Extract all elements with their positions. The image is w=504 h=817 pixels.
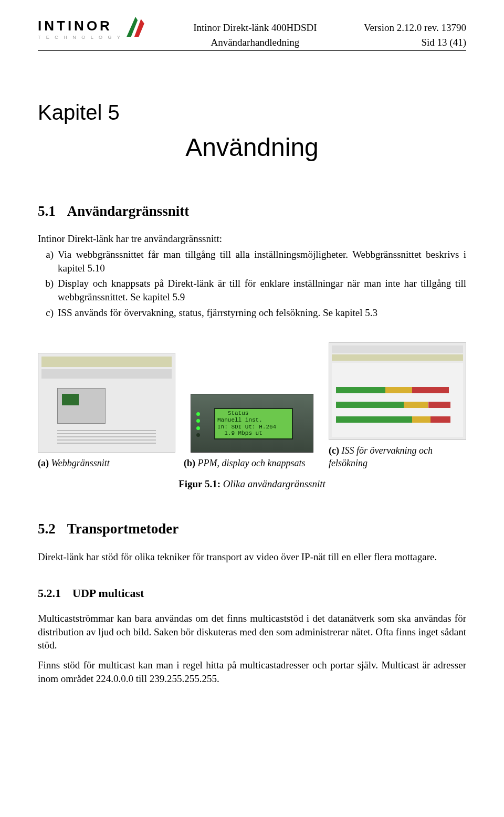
section-title: Användargränssnitt <box>67 203 190 219</box>
doc-subtitle: Användarhandledning <box>146 35 364 50</box>
list-marker: c) <box>38 306 58 320</box>
page-number: Sid 13 (41) <box>364 35 466 50</box>
list-text: Display och knappsats på Direkt-länk är … <box>58 277 466 303</box>
lcd-text: Status Manuell inst. In: SDI Ut: H.264 1… <box>214 408 293 439</box>
figure-b-image: Status Manuell inst. In: SDI Ut: H.264 1… <box>191 394 313 453</box>
page: INTINOR T E C H N O L O G Y Intinor Dire… <box>0 0 504 713</box>
header-right: Version 2.12.0 rev. 13790 Sid 13 (41) <box>364 19 466 49</box>
logo-sub: T E C H N O L O G Y <box>38 34 122 40</box>
figure-c-caption: (c) ISS för övervakning och felsökning <box>329 444 466 470</box>
list-item: b) Display och knappsats på Direkt-länk … <box>38 277 466 303</box>
list-text: ISS används för övervakning, status, fjä… <box>58 306 466 320</box>
doc-title: Intinor Direkt-länk 400HDSDI <box>146 20 364 35</box>
list-text: Via webbgränssnittet får man tillgång ti… <box>58 248 466 275</box>
section-5-2-1-heading: 5.2.1UDP multicast <box>38 585 466 601</box>
document-header: INTINOR T E C H N O L O G Y Intinor Dire… <box>38 19 466 51</box>
subsection-title: UDP multicast <box>72 586 144 600</box>
list-marker: a) <box>38 248 58 275</box>
section-5-1-intro: Intinor Direkt-länk har tre användargrän… <box>38 232 466 246</box>
version-line: Version 2.12.0 rev. 13790 <box>364 20 466 35</box>
section-number: 5.1 <box>38 203 56 219</box>
figure-a-caption: (a) Webbgränssnitt <box>38 457 175 469</box>
section-title: Transportmetoder <box>67 521 178 537</box>
list-marker: b) <box>38 277 58 303</box>
section-5-2-para: Direkt-länk har stöd för olika tekniker … <box>38 550 466 564</box>
figure-b-cell: Status Manuell inst. In: SDI Ut: H.264 1… <box>184 394 320 469</box>
figure-a-cell: (a) Webbgränssnitt <box>38 353 175 469</box>
section-5-2-heading: 5.2Transportmetoder <box>38 519 466 538</box>
chapter-title: Användning <box>38 131 466 165</box>
figure-master-caption: Figur 5.1: Olika användargränssnitt <box>38 477 466 491</box>
logo-mark-icon <box>124 19 146 41</box>
figure-c-cell: (c) ISS för övervakning och felsökning <box>329 342 466 470</box>
section-5-2-1-para1: Multicastströmmar kan bara användas om d… <box>38 612 466 652</box>
list-item: a) Via webbgränssnittet får man tillgång… <box>38 248 466 275</box>
logo-word: INTINOR <box>38 19 112 33</box>
figure-a-image <box>38 353 175 453</box>
enum-list: a) Via webbgränssnittet får man tillgång… <box>38 248 466 319</box>
figure-row: (a) Webbgränssnitt Status Manuell inst. … <box>38 342 466 470</box>
subsection-number: 5.2.1 <box>38 586 61 600</box>
chapter-label: Kapitel 5 <box>38 98 466 127</box>
section-5-2-1-para2: Finns stöd för multicast kan man i regel… <box>38 658 466 685</box>
figure-c-image <box>329 342 466 440</box>
section-number: 5.2 <box>38 521 56 537</box>
logo: INTINOR T E C H N O L O G Y <box>38 19 146 41</box>
figure-b-caption: (b) PPM, display och knappsats <box>184 457 320 469</box>
list-item: c) ISS används för övervakning, status, … <box>38 306 466 320</box>
header-center: Intinor Direkt-länk 400HDSDI Användarhan… <box>146 19 364 49</box>
section-5-1-heading: 5.1Användargränssnitt <box>38 202 466 221</box>
